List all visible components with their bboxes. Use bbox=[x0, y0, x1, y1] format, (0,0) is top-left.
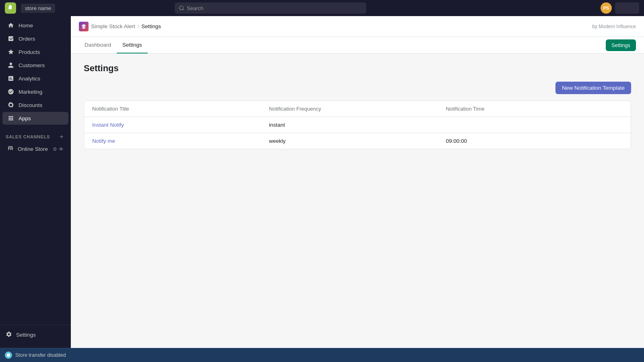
app-header-bar: Simple Stock Alert / Settings by Modern … bbox=[71, 16, 644, 37]
orders-icon bbox=[7, 35, 14, 42]
app-tabs: Dashboard Settings bbox=[79, 37, 148, 53]
page-title: Settings bbox=[84, 63, 631, 74]
sales-channels-add-button[interactable]: + bbox=[58, 133, 65, 140]
notification-table: Notification Title Notification Frequenc… bbox=[84, 101, 631, 149]
sidebar-item-home[interactable]: Home bbox=[2, 19, 68, 32]
table-row: Instant Notify instant bbox=[84, 117, 631, 133]
topbar: store name Search PS bbox=[0, 0, 644, 16]
notification-time-notify-me: 09:00:00 bbox=[446, 138, 623, 144]
store-selector[interactable]: store name bbox=[21, 4, 55, 13]
sidebar-label-marketing: Marketing bbox=[19, 89, 42, 95]
discounts-icon bbox=[7, 101, 14, 109]
topbar-extra-button[interactable] bbox=[615, 2, 639, 14]
sidebar: Home Orders Products Customers bbox=[0, 16, 71, 348]
sidebar-label-home: Home bbox=[19, 23, 33, 29]
table-header-title: Notification Title bbox=[92, 106, 269, 112]
svg-point-0 bbox=[180, 6, 183, 10]
app-author: by Modern Influence bbox=[592, 24, 636, 29]
notification-frequency-notify-me: weekly bbox=[269, 138, 446, 144]
store-transfer-text: Store transfer disabled bbox=[15, 352, 66, 358]
page-body: Settings New Notification Template Notif… bbox=[71, 53, 644, 159]
search-bar[interactable]: Search bbox=[175, 2, 366, 14]
tab-dashboard[interactable]: Dashboard bbox=[79, 37, 117, 53]
apps-icon bbox=[7, 115, 14, 122]
home-icon bbox=[7, 22, 14, 29]
sidebar-label-analytics: Analytics bbox=[19, 76, 40, 82]
online-store-view-icon[interactable]: 👁 bbox=[59, 146, 64, 152]
new-notification-template-button[interactable]: New Notification Template bbox=[555, 82, 631, 94]
table-row: Notify me weekly 09:00:00 bbox=[84, 133, 631, 149]
settings-label: Settings bbox=[16, 332, 36, 338]
marketing-icon bbox=[7, 88, 14, 95]
settings-button[interactable]: Settings bbox=[606, 39, 636, 51]
analytics-icon bbox=[7, 75, 14, 82]
store-transfer-icon bbox=[5, 352, 12, 359]
products-icon bbox=[7, 48, 14, 56]
topbar-right: PS bbox=[601, 2, 639, 14]
settings-icon bbox=[6, 331, 12, 339]
sidebar-label-discounts: Discounts bbox=[19, 102, 42, 108]
avatar[interactable]: PS bbox=[601, 2, 612, 14]
sidebar-label-customers: Customers bbox=[19, 62, 45, 68]
search-icon bbox=[179, 5, 184, 11]
notification-title-instant-notify[interactable]: Instant Notify bbox=[92, 122, 269, 128]
online-store-label: Online Store bbox=[18, 146, 48, 152]
sidebar-label-apps: Apps bbox=[19, 115, 31, 121]
sidebar-item-marketing[interactable]: Marketing bbox=[2, 85, 68, 98]
sidebar-item-orders[interactable]: Orders bbox=[2, 32, 68, 45]
sales-channels-label: SALES CHANNELS bbox=[6, 134, 50, 139]
sidebar-item-analytics[interactable]: Analytics bbox=[2, 72, 68, 85]
customers-icon bbox=[7, 62, 14, 69]
main-content: Simple Stock Alert / Settings by Modern … bbox=[71, 16, 644, 348]
app-nav-tabs: Dashboard Settings Settings bbox=[71, 37, 644, 53]
sidebar-item-apps[interactable]: Apps bbox=[2, 112, 68, 125]
online-store-icon bbox=[7, 145, 14, 153]
sidebar-bottom: Settings bbox=[0, 325, 71, 345]
table-header: Notification Title Notification Frequenc… bbox=[84, 101, 631, 117]
sidebar-item-settings[interactable]: Settings bbox=[3, 328, 68, 341]
sidebar-label-orders: Orders bbox=[19, 36, 35, 42]
notification-frequency-instant: instant bbox=[269, 122, 446, 128]
breadcrumb: Simple Stock Alert / Settings bbox=[79, 22, 161, 31]
tab-settings[interactable]: Settings bbox=[117, 37, 148, 53]
sales-channels-header: SALES CHANNELS + bbox=[0, 128, 71, 142]
breadcrumb-app-name[interactable]: Simple Stock Alert bbox=[91, 23, 135, 29]
notification-title-notify-me[interactable]: Notify me bbox=[92, 138, 269, 144]
shopify-logo bbox=[5, 2, 16, 14]
table-header-time: Notification Time bbox=[446, 106, 623, 112]
app-icon bbox=[79, 22, 89, 31]
sidebar-item-online-store[interactable]: Online Store ⚙ 👁 bbox=[2, 142, 68, 156]
table-header-frequency: Notification Frequency bbox=[269, 106, 446, 112]
online-store-settings-icon[interactable]: ⚙ bbox=[53, 146, 57, 152]
search-placeholder: Search bbox=[187, 5, 203, 11]
sidebar-label-products: Products bbox=[19, 49, 40, 55]
breadcrumb-separator: / bbox=[138, 23, 139, 29]
store-transfer-banner: Store transfer disabled bbox=[0, 348, 644, 362]
online-store-actions: ⚙ 👁 bbox=[53, 146, 64, 152]
sidebar-item-products[interactable]: Products bbox=[2, 45, 68, 58]
sidebar-item-customers[interactable]: Customers bbox=[2, 59, 68, 72]
new-template-btn-row: New Notification Template bbox=[84, 82, 631, 94]
breadcrumb-current: Settings bbox=[141, 23, 161, 29]
sidebar-item-discounts[interactable]: Discounts bbox=[2, 99, 68, 111]
